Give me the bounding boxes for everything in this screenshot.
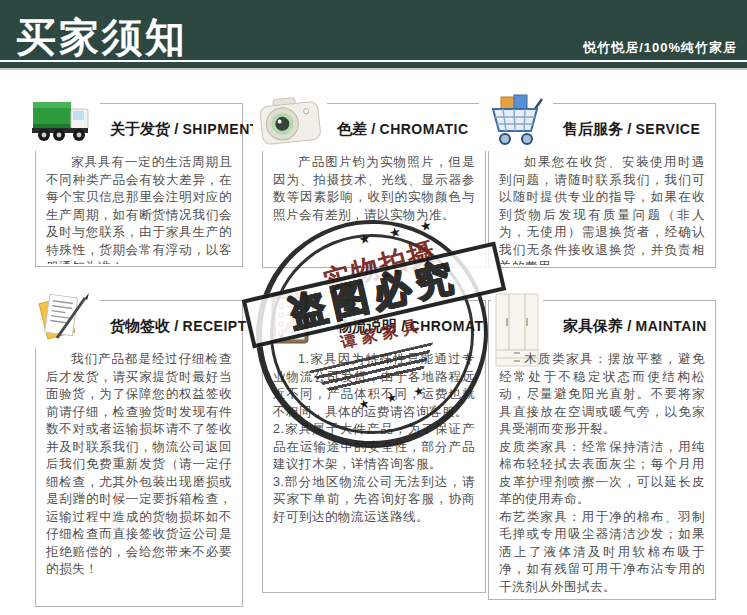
panel-title-en: CHROMATIC [410, 318, 499, 334]
panel-paragraph: 家具具有一定的生活周期且不同种类产品会有较大差异，在每个宝贝信息那里会注明对应的… [46, 154, 232, 264]
panel-service: 售后服务 / SERVICE 如果您在收货、安装使用时遇到问题，请随时联系我们，… [488, 103, 716, 268]
panel-title-en: RECEIPT [183, 318, 247, 334]
panel-title-en: SERVICE [636, 121, 701, 137]
header-divider [0, 60, 747, 62]
panel-paragraph: 产品图片钧为实物照片，但是因为、拍摄技术、光线、显示器参数等因素影响，收到的实物… [273, 154, 475, 224]
panel-title-zh: 色差 [337, 120, 367, 137]
panel-title-zh: 家具保养 [563, 317, 623, 334]
panel-paragraph: 皮质类家具：经常保持清洁，用纯棉布轻轻拭去表面灰尘；每个月用皮革护理剂喷擦一次，… [499, 439, 705, 509]
panel-logistics: 物流说明 / CHROMATIC 1.家具因为特殊性只能通过专业物流公司发货，由… [262, 300, 486, 593]
documents-icon [26, 286, 100, 348]
page-title: 买家须知 [16, 10, 188, 65]
panel-paragraph: 3.部分地区物流公司无法到达，请买家下单前，先咨询好客服，协商好可到达的物流运送… [273, 474, 475, 527]
panel-title-zh: 关于发货 [110, 120, 170, 137]
panel-maintain: 家具保养 / MAINTAIN 木质类家具：摆放平整，避免经常处于不稳定状态而使… [488, 300, 716, 600]
panel-shipments: 关于发货 / SHIPMENTS 家具具有一定的生活周期且不同种类产品会有较大差… [35, 103, 243, 267]
panel-title-zh: 货物签收 [110, 317, 170, 334]
panel-paragraph: 布艺类家具：用于净的棉布、羽制毛掸或专用吸尘器清洁沙发；如果洒上了液体清及时用软… [499, 509, 705, 597]
panel-title-zh: 物流说明 [337, 317, 397, 334]
panel-body: 我们产品都是经过仔细检查后才发货，请买家提货时最好当面验货，为了保障您的权益签收… [36, 349, 242, 604]
buyer-notice-page: 买家须知 悦竹悦居/100%纯竹家居 关于发货 / SHIPMENTS 家具具有… [0, 0, 747, 615]
panel-paragraph: 木质类家具：摆放平整，避免经常处于不稳定状态而使结构松动，尽量避免阳光直射。不要… [499, 351, 705, 439]
panel-body: 如果您在收货、安装使用时遇到问题，请随时联系我们，我们可以随时提供专业的指导，如… [489, 152, 715, 265]
panel-title-service: 售后服务 / SERVICE [563, 120, 700, 139]
panel-title-chromatic: 色差 / CHROMATIC [337, 120, 469, 139]
panel-paragraph: 如果您在收货、安装使用时遇到问题，请随时联系我们，我们可以随时提供专业的指导，如… [499, 154, 705, 265]
panel-paragraph: 1.家具因为特殊性只能通过专业物流公司发货，由于各地路程远近不同，产品体积不同，… [273, 351, 475, 421]
brand-tagline: 悦竹悦居/100%纯竹家居 [583, 39, 737, 57]
panel-body: 1.家具因为特殊性只能通过专业物流公司发货，由于各地路程远近不同，产品体积不同，… [263, 349, 485, 590]
panel-title-en: CHROMATIC [380, 121, 469, 137]
panel-chromatic: 色差 / CHROMATIC 产品图片钧为实物照片，但是因为、拍摄技术、光线、显… [262, 103, 486, 268]
header-bar: 买家须知 悦竹悦居/100%纯竹家居 [0, 0, 747, 70]
panel-receipt: 货物签收 / RECEIPT 我们产品都是经过仔细检查后才发货，请买家提货时最好… [35, 300, 243, 607]
panel-title-logistics: 物流说明 / CHROMATIC [337, 317, 499, 336]
panel-paragraph: 我们产品都是经过仔细检查后才发货，请买家提货时最好当面验货，为了保障您的权益签收… [46, 351, 232, 579]
clipboard-icon [253, 286, 327, 348]
panel-body: 产品图片钧为实物照片，但是因为、拍摄技术、光线、显示器参数等因素影响，收到的实物… [263, 152, 485, 265]
panel-paragraph: 2.家具属于大件产品，为了保证产品在运输途中的安全性，部分产品建议打木架，详情咨… [273, 421, 475, 474]
panel-title-en: MAINTAIN [636, 318, 707, 334]
panel-title-shipments: 关于发货 / SHIPMENTS [110, 120, 269, 139]
panel-body: 木质类家具：摆放平整，避免经常处于不稳定状态而使结构松动，尽量避免阳光直射。不要… [489, 349, 715, 597]
truck-icon [26, 89, 100, 151]
panel-title-maintain: 家具保养 / MAINTAIN [563, 317, 707, 336]
panel-title-receipt: 货物签收 / RECEIPT [110, 317, 247, 336]
panel-title-zh: 售后服务 [563, 120, 623, 137]
camera-icon [253, 89, 327, 151]
panel-body: 家具具有一定的生活周期且不同种类产品会有较大差异，在每个宝贝信息那里会注明对应的… [36, 152, 242, 264]
cart-icon [479, 89, 553, 151]
